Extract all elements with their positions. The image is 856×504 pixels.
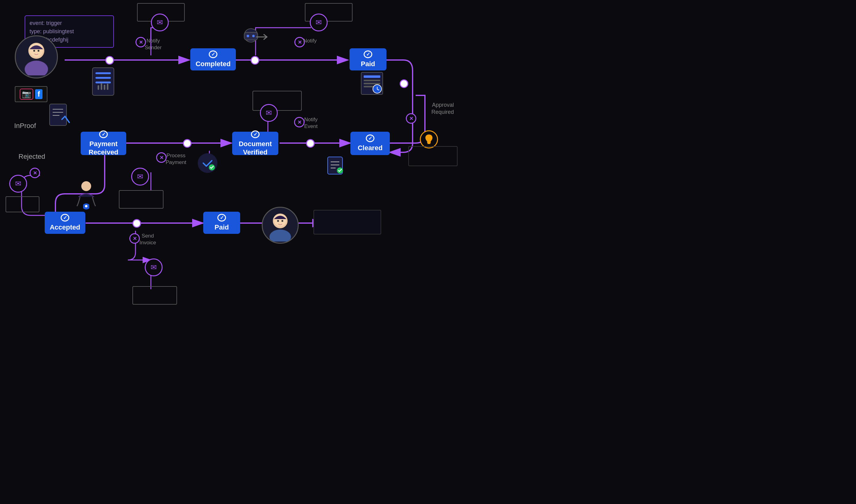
svg-point-64	[281, 220, 283, 222]
flow-circle-bottom-1	[133, 219, 141, 228]
notify-label-middle: NotifyEvent	[304, 116, 317, 130]
bottom-right-rect	[313, 210, 381, 234]
person-sitting-icon	[71, 178, 102, 212]
accepted-label: Accepted	[50, 223, 80, 231]
svg-rect-29	[101, 83, 102, 90]
document-verified-node[interactable]: ✓ Document Verified	[232, 132, 278, 155]
voice-document-icon	[86, 65, 120, 105]
rejected-label: Rejected	[18, 152, 45, 161]
cleared-label: Cleared	[358, 144, 383, 152]
completed-node[interactable]: ✓ Completed	[190, 48, 236, 70]
cleared-node[interactable]: ✓ Cleared	[350, 132, 390, 155]
social-bar: 📷 f	[15, 86, 48, 102]
svg-point-23	[38, 50, 39, 52]
x-circle-bottom-branch: ✕	[129, 233, 140, 244]
email-circle-bottom-1: ✉	[131, 168, 149, 185]
svg-point-38	[247, 35, 249, 37]
svg-rect-41	[364, 75, 380, 78]
email-circle-bottom-final: ✉	[145, 258, 162, 276]
svg-point-20	[24, 60, 48, 75]
email-circle-rejected: ✉	[9, 175, 27, 193]
svg-rect-30	[104, 85, 105, 90]
avatar-bottom	[262, 207, 299, 244]
cleared-check-icon: ✓	[366, 134, 374, 142]
svg-point-58	[81, 181, 91, 191]
svg-rect-26	[95, 77, 111, 79]
document-text-icon	[323, 153, 347, 178]
paid-top-check-icon: ✓	[364, 51, 372, 58]
x-circle-rejected: ✕	[30, 168, 40, 178]
accepted-check-icon: ✓	[61, 214, 69, 221]
document-verified-check-icon: ✓	[251, 130, 260, 138]
robot-delivery-icon	[240, 18, 271, 49]
instagram-icon: 📷	[20, 89, 33, 100]
svg-point-61	[269, 230, 291, 241]
accepted-node[interactable]: ✓ Accepted	[45, 212, 85, 234]
completed-label: Completed	[195, 60, 231, 68]
bottom-rect-1	[119, 190, 163, 209]
svg-rect-37	[244, 32, 258, 40]
verify-doc-icon	[195, 151, 220, 175]
bottom-branch-label: SendInvoice	[139, 233, 156, 246]
payment-received-node[interactable]: ✓ PaymentReceived	[81, 132, 126, 155]
payment-received-check-icon: ✓	[99, 130, 108, 138]
svg-rect-43	[364, 83, 380, 84]
notify-label-1: NotifySender	[145, 38, 162, 51]
right-label: ApprovalRequired	[408, 102, 454, 116]
payment-received-label: PaymentReceived	[89, 140, 119, 156]
paid-bottom-label: Paid	[215, 223, 229, 231]
payment-branch-label: ProcessPayment	[165, 152, 186, 166]
svg-point-39	[252, 35, 255, 37]
flow-circle-2	[251, 56, 259, 65]
document-verified-label: Document Verified	[237, 140, 274, 156]
flow-circle-1	[105, 56, 114, 65]
avatar-top-left	[15, 35, 58, 78]
bottom-rect-final	[133, 286, 177, 305]
svg-point-59	[85, 205, 87, 208]
svg-point-22	[33, 50, 35, 52]
paid-top-node[interactable]: ✓ Paid	[349, 48, 386, 70]
paid-top-label: Paid	[361, 60, 375, 68]
svg-rect-32	[50, 104, 67, 126]
ledger-icon	[356, 68, 387, 99]
flow-circle-right	[400, 79, 408, 88]
notify-label-2: Notify	[303, 38, 316, 44]
x-circle-middle: ✕	[294, 117, 304, 127]
svg-rect-42	[364, 80, 380, 81]
svg-rect-28	[98, 85, 99, 90]
svg-rect-31	[107, 84, 108, 90]
svg-rect-50	[427, 143, 431, 144]
email-circle-top-1: ✉	[151, 14, 169, 31]
svg-point-63	[277, 220, 279, 222]
paid-bottom-node[interactable]: ✓ Paid	[203, 212, 240, 234]
paid-bottom-check-icon: ✓	[217, 214, 226, 221]
flow-circle-mid-1	[183, 139, 192, 148]
completed-check-icon: ✓	[209, 51, 217, 58]
rejected-rect	[5, 196, 39, 212]
svg-rect-49	[427, 142, 431, 143]
rect-box-right	[408, 146, 457, 166]
email-circle-middle: ✉	[260, 104, 278, 122]
svg-point-51	[198, 153, 217, 173]
flow-circle-mid-2	[306, 139, 315, 148]
svg-rect-25	[95, 72, 111, 74]
svg-rect-27	[95, 82, 111, 84]
x-circle-payment-branch: ✕	[156, 152, 167, 163]
document-check-icon	[46, 102, 73, 132]
x-circle-right: ✕	[406, 113, 416, 124]
inproof-label: InProof	[14, 122, 36, 130]
email-circle-top-2: ✉	[310, 14, 328, 31]
x-circle-top-1: ✕	[136, 37, 146, 48]
facebook-icon: f	[35, 89, 42, 99]
middle-rect-1	[252, 91, 302, 111]
